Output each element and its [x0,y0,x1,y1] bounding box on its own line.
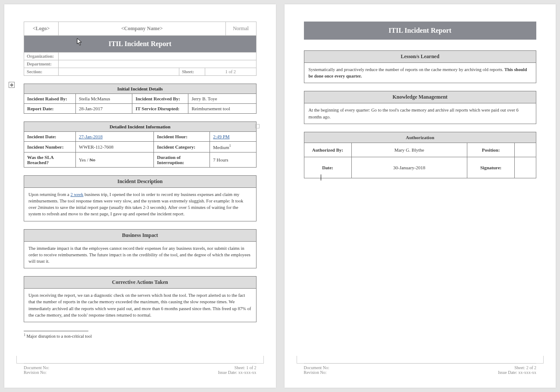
position-label: Position: [467,143,515,157]
footnote-ref: 1 [229,144,231,148]
page-footer-2: Document No: Sheet: 2 of 2 Revision No: … [304,363,537,375]
footer-issue: Issue Date: xx-xxx-xx [218,370,257,375]
lessons-text: Systematically and proactively reduce th… [309,67,505,72]
description-block: Incident Description Upon returning from… [24,175,257,221]
margin-corner-bl-icon [297,356,304,364]
incident-category-cell[interactable]: Medium1 [210,142,256,152]
footer2-sheet: Sheet: 2 of 2 [514,365,536,370]
incident-number-value[interactable]: WWER-112-7608 [76,142,154,152]
service-label: IT Service Disrupted: [132,104,188,114]
org-label: Organization: [24,53,59,60]
page-footer: Document No: Sheet: 1 of 2 Revision No: … [24,363,257,375]
lessons-body[interactable]: Systematically and proactively reduce th… [304,63,536,83]
corrective-block: Corrective Actions Taken Upon receiving … [24,276,257,322]
desc-pre: Upon returning from a [28,192,70,197]
initial-details-table: Initial Incident Details Incident Raised… [24,84,257,114]
sla-label: Was the SLA Breached? [24,152,76,167]
auth-by-value[interactable]: Mary G. Blythe [351,143,467,157]
margin-corner-br-icon [256,356,264,364]
km-body[interactable]: At the beginning of every quarter: Go to… [304,103,536,123]
received-by-label: Incident Received By: [132,94,188,104]
duration-value[interactable]: 7 Hours [210,152,256,167]
page-2: ITIL Incident Report Lesson/s Learned Sy… [285,4,556,388]
detailed-title: Detailed Incident Information [24,122,257,132]
section-label: Section: [24,68,59,76]
sla-yes: Yes / [79,157,90,162]
dept-value[interactable] [59,60,257,68]
footer2-rev-no: Revision No: [304,370,327,375]
corrective-body[interactable]: Upon receiving the report, we ran a diag… [24,289,256,322]
footer2-doc-no: Document No: [304,365,329,370]
move-handle-icon[interactable]: ✥ [9,82,15,88]
text-cursor-icon [321,174,321,180]
service-value[interactable]: Reimbursement tool [188,104,256,114]
position-value[interactable] [515,143,536,157]
title-bar: ITIL Incident Report [24,36,257,53]
margin-corner-br-icon [536,356,544,364]
sheet-label: Sheet: [179,68,205,76]
style-indicator: Normal [226,22,256,35]
footer-rev-no: Revision No: [24,370,47,375]
auth-by-label: Authorized By: [304,143,351,157]
km-block: Knowledge Management At the beginning of… [304,91,537,124]
report-date-label: Report Date: [24,104,76,114]
footer2-issue: Issue Date: xx-xxx-xx [498,370,536,375]
doc-header-row: <Logo> <Company Name> Normal [24,22,257,36]
impact-block: Business Impact The immediate impact is … [24,229,257,269]
incident-category-label: Incident Category: [154,142,210,152]
signature-value[interactable] [515,157,536,178]
auth-date-value[interactable]: 30-January-2018 [351,157,467,178]
received-by-value[interactable]: Jerry B. Toye [188,94,256,104]
corrective-title: Corrective Actions Taken [24,277,256,289]
footer-sheet: Sheet: 1 of 2 [235,365,257,370]
footnote-rule [24,331,88,331]
desc-link[interactable]: 2 week [70,192,83,197]
logo-placeholder: <Logo> [24,22,59,35]
auth-title: Authorization [304,132,536,143]
incident-hour-value[interactable]: 2:49 PM [213,134,229,139]
incident-number-label: Incident Number: [24,142,76,152]
sla-no: No [90,157,95,162]
raised-by-label: Incident Raised By: [24,94,76,104]
title-bar-p2: ITIL Incident Report [304,22,537,40]
org-value[interactable] [59,53,257,60]
anchor-marker-icon [255,124,260,128]
footer-doc-no: Document No: [24,365,49,370]
incident-date-value[interactable]: 27-Jan-2018 [79,134,103,139]
km-title: Knowledge Management [304,91,536,103]
meta-table: Organization: Department: Section: Sheet… [24,53,257,76]
signature-label: Signature: [467,157,515,178]
duration-label: Duration of Interruption: [154,152,210,167]
lessons-block: Lesson/s Learned Systematically and proa… [304,50,537,83]
description-title: Incident Description [24,176,256,188]
authorization-table: Authorization Authorized By: Mary G. Bly… [304,132,537,178]
description-body[interactable]: Upon returning from a 2 week business tr… [24,188,256,221]
impact-body[interactable]: The immediate impact is that the employe… [24,242,256,268]
lessons-title: Lesson/s Learned [304,51,536,63]
initial-title: Initial Incident Details [24,84,257,94]
section-value[interactable] [59,68,179,76]
footnote-text: 1 Major disruption to a non-critical too… [24,333,257,339]
footnote-body: Major disruption to a non-critical tool [25,334,92,339]
page-1: ✥ <Logo> <Company Name> Normal ITIL Inci… [4,4,276,388]
incident-category-value: Medium [213,145,229,150]
sla-cell[interactable]: Yes / No [76,152,154,167]
company-placeholder: <Company Name> [59,22,226,35]
margin-corner-bl-icon [16,356,24,364]
dept-label: Department: [24,60,59,68]
sheet-value: 1 of 2 [205,68,257,76]
auth-date-label: Date: [304,157,351,178]
raised-by-value[interactable]: Stella McManus [76,94,132,104]
incident-hour-label: Incident Hour: [154,132,210,142]
impact-title: Business Impact [24,230,256,242]
report-date-value[interactable]: 28-Jan-2017 [76,104,132,114]
incident-date-label: Incident Date: [24,132,76,142]
detailed-info-table: Detailed Incident Information Incident D… [24,121,257,168]
